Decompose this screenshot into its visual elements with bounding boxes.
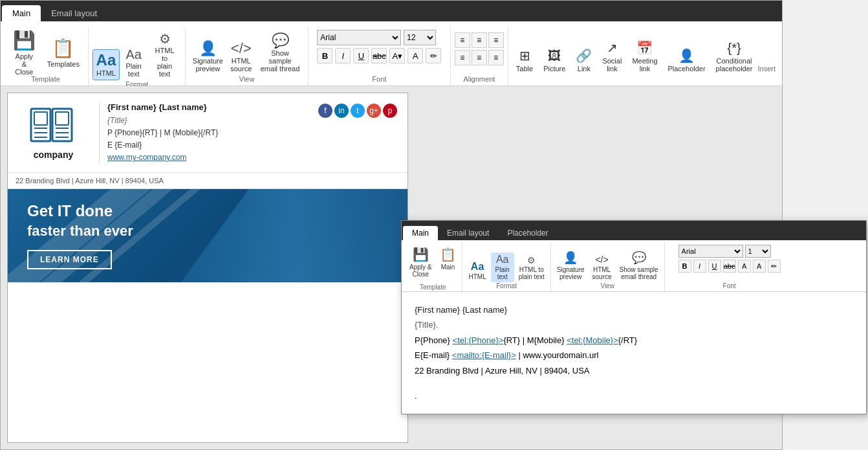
outdent-button[interactable]: ≡ xyxy=(488,50,504,65)
signature-banner: Get IT done faster than ever LEARN MORE xyxy=(8,189,407,282)
templates-label: Templates xyxy=(47,60,80,68)
underline-button[interactable]: U xyxy=(353,48,369,63)
align-right-button[interactable]: ≡ xyxy=(488,32,504,48)
second-highlight-button[interactable]: A xyxy=(738,260,751,273)
social-link-button[interactable]: ↗ Sociallink xyxy=(598,38,625,75)
link-button[interactable]: 🔗 Link xyxy=(572,45,596,75)
table-button[interactable]: ⊞ Table xyxy=(512,45,537,75)
second-underline-button[interactable]: U xyxy=(708,260,721,273)
second-templates-button[interactable]: 📋 Main xyxy=(436,245,459,284)
sig-name: {First name} {Last name} xyxy=(107,101,308,115)
ribbon-group-format: Aa HTML Aa Plaintext ⚙ HTML toplain text… xyxy=(89,27,186,85)
html-to-plain-button[interactable]: ⚙ HTML toplain text xyxy=(148,30,182,80)
second-view-label: View xyxy=(600,282,614,291)
second-font-label: Font xyxy=(723,282,736,291)
second-html-to-plain-button[interactable]: ⚙ HTML toplain text xyxy=(515,254,548,282)
learn-more-button[interactable]: LEARN MORE xyxy=(27,250,112,269)
ribbon-group-alignment: ≡ ≡ ≡ ≡ ≡ ≡ Alignment xyxy=(451,27,508,85)
template-buttons: 💾 Apply &Close 📋 Templates xyxy=(7,27,84,75)
twitter-icon[interactable]: t xyxy=(351,104,365,118)
signature-top: company {First name} {Last name} {Title}… xyxy=(8,93,407,173)
tab-email-layout[interactable]: Email layout xyxy=(41,5,107,21)
second-font-color-button[interactable]: A xyxy=(753,260,766,273)
align-justify-button[interactable]: ≡ xyxy=(455,50,470,65)
sc-phone-prefix: P{Phone} xyxy=(415,335,453,345)
second-html-to-plain-icon: ⚙ xyxy=(527,256,536,265)
sc-phone-link2[interactable]: <tel:{Mobile}> xyxy=(567,335,618,345)
signature-preview-button[interactable]: 👤 Signaturepreview xyxy=(190,39,226,75)
align-center-button[interactable]: ≡ xyxy=(472,32,487,48)
plain-text-button[interactable]: Aa Plaintext xyxy=(121,45,147,80)
italic-button[interactable]: I xyxy=(335,48,351,63)
picture-button[interactable]: 🖼 Picture xyxy=(539,46,569,75)
second-html-source-button[interactable]: </> HTMLsource xyxy=(589,253,615,282)
meeting-link-icon: 📅 xyxy=(636,40,653,56)
font-color-button[interactable]: A xyxy=(407,48,423,63)
bold-button[interactable]: B xyxy=(317,48,332,63)
conditional-placeholder-button[interactable]: {*} Conditionalplaceholder xyxy=(712,38,757,75)
sig-website-link[interactable]: www.my-company.com xyxy=(107,153,186,162)
link-label: Link xyxy=(578,65,591,73)
second-format-group: Aa HTML Aa Plaintext ⚙ HTML toplain text… xyxy=(462,242,550,291)
font-name-row: Arial 12 xyxy=(317,30,436,45)
banner-subtitle: faster than ever xyxy=(27,223,133,240)
sc-rt-sep: {RT} | M{Mobile} xyxy=(503,335,567,345)
second-sig-preview-icon: 👤 xyxy=(563,251,578,265)
placeholder-button[interactable]: 👤 Placeholder xyxy=(664,45,710,75)
second-content[interactable]: {First name} {Last name} {Title}. P{Phon… xyxy=(402,292,866,414)
view-group-label: View xyxy=(239,75,255,85)
pinterest-icon[interactable]: p xyxy=(383,104,397,118)
html-button[interactable]: Aa HTML xyxy=(92,49,120,80)
second-font-size-select[interactable]: 1 xyxy=(745,245,771,258)
second-tab-main[interactable]: Main xyxy=(403,226,438,240)
second-italic-button[interactable]: I xyxy=(693,260,706,273)
facebook-icon[interactable]: f xyxy=(318,104,332,118)
second-clear-format-button[interactable]: ✏ xyxy=(768,260,781,273)
svg-rect-1 xyxy=(34,112,47,125)
second-font-group: Arial 1 B I U abc A A ✏ Font xyxy=(665,242,794,291)
highlight-button[interactable]: A▾ xyxy=(389,48,405,63)
html-to-plain-icon: ⚙ xyxy=(159,32,171,45)
second-plain-text-button[interactable]: Aa Plaintext xyxy=(491,253,514,282)
second-view-group: 👤 Signaturepreview </> HTMLsource 💬 Show… xyxy=(551,242,665,291)
second-sig-preview-button[interactable]: 👤 Signaturepreview xyxy=(554,249,588,282)
html-source-label: HTMLsource xyxy=(230,57,252,73)
second-strikethrough-button[interactable]: abc xyxy=(723,260,736,273)
second-show-sample-button[interactable]: 💬 Show sampleemail thread xyxy=(616,249,662,282)
placeholder-icon: 👤 xyxy=(678,48,695,63)
banner-text: Get IT done faster than ever LEARN MORE xyxy=(27,202,133,269)
second-html-button[interactable]: Aa HTML xyxy=(465,260,489,282)
tab-main[interactable]: Main xyxy=(2,5,41,21)
company-logo: company xyxy=(28,106,80,160)
font-size-select[interactable]: 12 xyxy=(404,30,436,45)
main-ribbon: 💾 Apply &Close 📋 Templates Template Aa H… xyxy=(1,21,782,86)
align-left-button[interactable]: ≡ xyxy=(455,32,470,48)
signature-info: {First name} {Last name} {Title} P {Phon… xyxy=(107,101,308,164)
googleplus-icon[interactable]: g+ xyxy=(367,104,381,118)
second-font-name-select[interactable]: Arial xyxy=(678,245,743,258)
clear-format-button[interactable]: ✏ xyxy=(426,48,441,63)
sig-phone: P {Phone}{RT} | M {Mobile}{/RT} xyxy=(107,127,308,139)
sc-email-link[interactable]: <mailto:{E-mail}> xyxy=(452,350,516,360)
second-bold-button[interactable]: B xyxy=(678,260,691,273)
font-name-select[interactable]: Arial xyxy=(317,30,401,45)
html-source-button[interactable]: </> HTMLsource xyxy=(227,39,255,75)
sig-website: www.my-company.com xyxy=(107,152,308,164)
second-format-btns: Aa HTML Aa Plaintext ⚙ HTML toplain text xyxy=(465,242,547,282)
meeting-link-button[interactable]: 📅 Meetinglink xyxy=(628,38,661,75)
second-tab-placeholder[interactable]: Placeholder xyxy=(498,226,557,240)
show-sample-button[interactable]: 💬 Show sampleemail thread xyxy=(256,31,304,75)
main-tab-bar: Main Email layout xyxy=(1,1,782,21)
templates-button[interactable]: 📋 Templates xyxy=(43,30,84,75)
indent-button[interactable]: ≡ xyxy=(472,50,487,65)
sig-email: E {E-mail} xyxy=(107,139,308,152)
sc-phone-link1[interactable]: <tel:{Phone}> xyxy=(453,335,504,345)
ribbon-group-template: 💾 Apply &Close 📋 Templates Template xyxy=(3,27,89,85)
second-apply-close-button[interactable]: 💾 Apply &Close xyxy=(406,245,435,284)
apply-close-button[interactable]: 💾 Apply &Close xyxy=(7,30,41,75)
sc-url: | www.yourdomain.url xyxy=(516,350,599,360)
strikethrough-button[interactable]: abc xyxy=(371,48,387,63)
second-tab-email-layout[interactable]: Email layout xyxy=(438,226,498,240)
font-group-label: Font xyxy=(372,75,386,85)
linkedin-icon[interactable]: in xyxy=(334,104,349,118)
